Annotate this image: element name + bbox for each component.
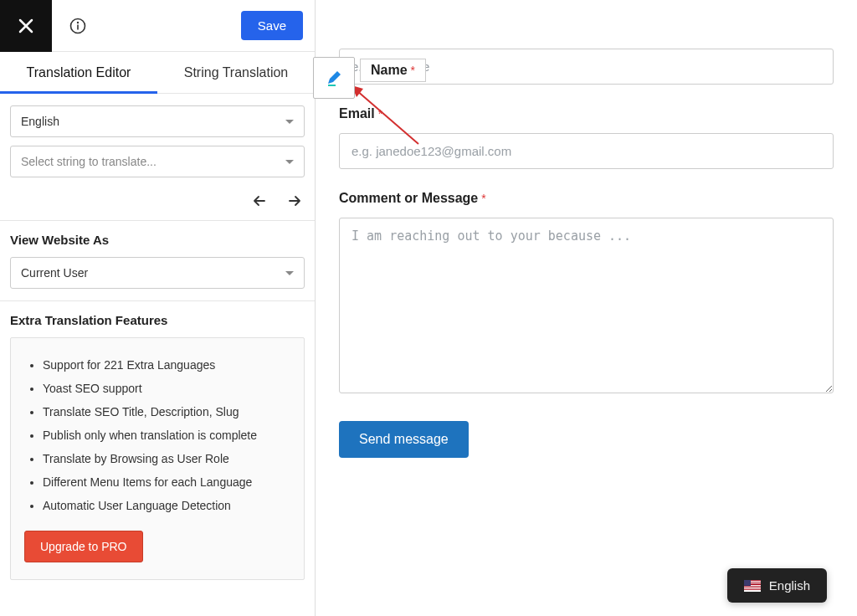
info-icon (69, 18, 86, 34)
save-button[interactable]: Save (241, 11, 303, 40)
chevron-down-icon (285, 120, 294, 124)
features-title: Extra Translation Features (10, 313, 305, 327)
list-item: Support for 221 Extra Languages (43, 353, 290, 377)
chevron-down-icon (285, 160, 294, 164)
undo-icon (253, 194, 269, 208)
us-flag-icon (744, 580, 761, 592)
redo-icon (285, 194, 301, 208)
tab-string-translation[interactable]: String Translation (157, 52, 315, 93)
features-section: Extra Translation Features Support for 2… (0, 301, 315, 592)
view-as-section: View Website As Current User (0, 221, 315, 300)
sidebar: Save Translation Editor String Translati… (0, 0, 316, 616)
history-controls (0, 189, 315, 220)
submit-button[interactable]: Send message (339, 421, 469, 458)
edit-handle[interactable] (313, 57, 355, 99)
svg-rect-3 (328, 85, 336, 86)
email-label: Email (339, 106, 375, 121)
email-input[interactable] (339, 133, 834, 169)
pencil-icon (325, 69, 343, 87)
upgrade-button[interactable]: Upgrade to PRO (24, 531, 143, 562)
language-switcher-label: English (769, 578, 810, 593)
language-section: English Select string to translate... (0, 94, 315, 189)
string-select[interactable]: Select string to translate... (10, 146, 305, 177)
topbar: Save (0, 0, 315, 52)
required-marker: * (411, 64, 415, 77)
required-marker: * (378, 107, 382, 121)
language-switcher[interactable]: English (727, 568, 827, 603)
features-list: Support for 221 Extra Languages Yoast SE… (24, 353, 290, 517)
required-marker: * (481, 192, 485, 205)
view-as-title: View Website As (10, 233, 305, 247)
view-as-select[interactable]: Current User (10, 257, 305, 289)
list-item: Different Menu Items for each Language (43, 470, 290, 494)
preview-pane: Email* Comment or Message* Send message (316, 0, 857, 616)
list-item: Translate SEO Title, Description, Slug (43, 400, 290, 424)
name-label-box: Name* (360, 59, 426, 82)
list-item: Yoast SEO support (43, 377, 290, 400)
message-group: Comment or Message* (339, 191, 834, 396)
message-textarea[interactable] (339, 218, 834, 393)
message-label: Comment or Message (339, 191, 478, 205)
chevron-down-icon (285, 271, 294, 275)
tab-translation-editor[interactable]: Translation Editor (0, 52, 157, 93)
list-item: Publish only when translation is complet… (43, 424, 290, 447)
language-select[interactable]: English (10, 105, 305, 137)
close-icon (18, 18, 34, 34)
close-button[interactable] (0, 0, 52, 52)
email-group: Email* (339, 106, 834, 169)
undo-button[interactable] (253, 194, 269, 210)
info-button[interactable] (52, 0, 104, 52)
svg-point-1 (77, 21, 79, 23)
tabs: Translation Editor String Translation (0, 52, 315, 94)
features-box: Support for 221 Extra Languages Yoast SE… (10, 337, 305, 580)
list-item: Translate by Browsing as User Role (43, 447, 290, 470)
list-item: Automatic User Language Detection (43, 494, 290, 517)
string-select-placeholder: Select string to translate... (21, 155, 157, 168)
language-select-value: English (21, 115, 59, 128)
view-as-value: Current User (21, 266, 88, 280)
redo-button[interactable] (285, 194, 301, 210)
name-label: Name (371, 63, 408, 77)
svg-rect-2 (77, 24, 79, 29)
